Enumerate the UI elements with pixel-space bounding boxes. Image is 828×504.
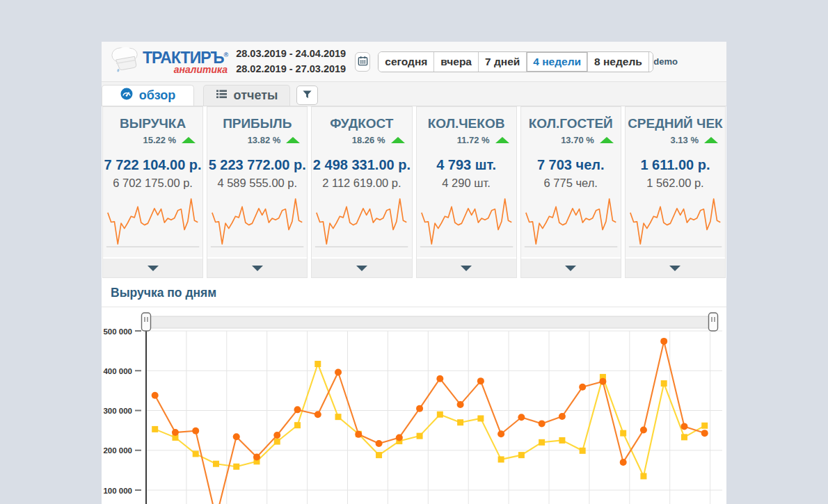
data-point-circle[interactable] [539,420,546,427]
data-point-circle[interactable] [172,429,179,436]
data-point-square[interactable] [640,473,646,479]
chart-range-slider-track[interactable] [146,316,713,328]
section-header: Выручка по дням [102,278,726,307]
calendar-icon [357,55,369,69]
kpi-expand-button[interactable] [417,257,516,277]
kpi-expand-button[interactable] [626,257,725,277]
date-range-current: 28.03.2019 - 24.04.2019 [236,47,346,61]
data-point-circle[interactable] [559,413,566,420]
kpi-value: 2 498 331.00 р. [312,157,411,173]
data-point-circle[interactable] [355,431,362,438]
data-point-square[interactable] [376,452,382,458]
kpi-expand-button[interactable] [207,257,307,277]
data-point-square[interactable] [580,448,586,454]
data-point-circle[interactable] [518,414,525,421]
data-point-circle[interactable] [273,432,280,439]
brand-logo[interactable]: ТРАКТИРЪ® аналитика [110,45,228,79]
data-point-square[interactable] [477,415,484,421]
data-point-square[interactable] [559,437,565,444]
data-point-circle[interactable] [376,440,383,447]
kpi-card-0: ВЫРУЧКА15.22 %7 722 104.00 р.6 702 175.0… [102,106,203,278]
data-point-circle[interactable] [640,427,647,434]
kpi-expand-button[interactable] [312,257,411,277]
kpi-percent-value: 15.22 % [143,135,176,145]
data-point-circle[interactable] [253,453,260,460]
period-button-2[interactable]: 7 дней [478,52,526,72]
period-button-0[interactable]: сегодня [379,52,433,72]
data-point-square[interactable] [661,380,667,387]
data-point-square[interactable] [315,361,321,367]
period-button-3[interactable]: 4 недели [526,52,587,72]
data-point-square[interactable] [701,423,708,429]
tab-reports[interactable]: отчеты [203,85,290,106]
data-point-circle[interactable] [396,434,403,441]
chart-slider-handle-right[interactable] [709,313,718,331]
data-point-circle[interactable] [660,338,667,345]
data-point-square[interactable] [213,461,219,467]
tab-overview[interactable]: обзор [102,85,194,106]
kpi-percent: 15.22 % [110,135,196,145]
data-point-square[interactable] [437,412,443,418]
data-point-circle[interactable] [436,375,443,382]
data-point-circle[interactable] [416,405,423,412]
trend-up-icon [704,137,718,143]
data-point-circle[interactable] [192,428,199,434]
kpi-value: 5 223 772.00 р. [207,157,307,173]
data-point-circle[interactable] [477,377,484,384]
trend-up-icon [286,137,300,143]
y-axis-label: 400 000 [103,367,132,375]
y-axis-label: 500 000 [103,327,132,336]
chevron-down-icon [148,266,159,271]
data-point-circle[interactable] [620,459,627,466]
data-point-square[interactable] [498,456,504,462]
calendar-button[interactable] [355,52,370,72]
data-point-square[interactable] [335,414,342,420]
data-point-circle[interactable] [233,433,240,440]
period-button-4[interactable]: 8 недель [587,52,648,72]
kpi-expand-button[interactable] [103,257,202,277]
kpi-percent: 3.13 % [632,135,718,145]
data-point-circle[interactable] [315,411,321,418]
data-point-circle[interactable] [335,369,342,376]
data-point-circle[interactable] [294,406,301,413]
kpi-previous-value: 6 775 чел. [521,177,621,190]
tab-overview-label: обзор [139,88,175,103]
data-point-square[interactable] [681,434,687,440]
data-point-square[interactable] [620,430,626,437]
trend-up-icon [182,137,196,143]
date-ranges: 28.03.2019 - 24.04.2019 28.02.2019 - 27.… [236,47,346,76]
data-point-square[interactable] [152,426,158,432]
data-point-circle[interactable] [680,423,687,430]
kpi-expand-button[interactable] [521,257,621,277]
app-window: ТРАКТИРЪ® аналитика 28.03.2019 - 24.04.2… [102,42,726,504]
data-point-circle[interactable] [457,401,464,408]
brand-subtitle: аналитика [143,64,228,75]
filter-button[interactable] [296,86,318,105]
trend-up-icon [495,137,509,143]
kpi-percent: 13.70 % [528,135,614,145]
kpi-previous-value: 6 702 175.00 р. [103,177,202,190]
data-point-square[interactable] [233,464,239,470]
kpi-sparkline [312,195,411,250]
data-point-circle[interactable] [579,384,586,391]
data-point-circle[interactable] [152,392,159,399]
data-point-circle[interactable] [497,430,504,437]
data-point-circle[interactable] [701,430,708,437]
data-point-square[interactable] [294,422,301,428]
kpi-card-3: КОЛ.ЧЕКОВ11.72 %4 793 шт.4 290 шт. [416,106,517,278]
data-point-circle[interactable] [599,378,606,385]
data-point-square[interactable] [417,433,423,439]
period-button-1[interactable]: вчера [433,52,478,72]
app-header: ТРАКТИРЪ® аналитика 28.03.2019 - 24.04.2… [102,42,726,82]
data-point-square[interactable] [457,419,463,425]
data-point-square[interactable] [274,439,280,445]
kpi-percent: 13.82 % [214,135,300,145]
period-button-5[interactable]: 12 недель [648,52,654,72]
data-point-square[interactable] [518,452,525,458]
data-point-square[interactable] [193,450,199,457]
kpi-card-4: КОЛ.ГОСТЕЙ13.70 %7 703 чел.6 775 чел. [520,106,621,278]
chart-slider-handle-left[interactable] [142,313,151,331]
data-point-square[interactable] [539,439,545,446]
user-label: demo [653,56,678,67]
tab-reports-label: отчеты [234,88,278,103]
